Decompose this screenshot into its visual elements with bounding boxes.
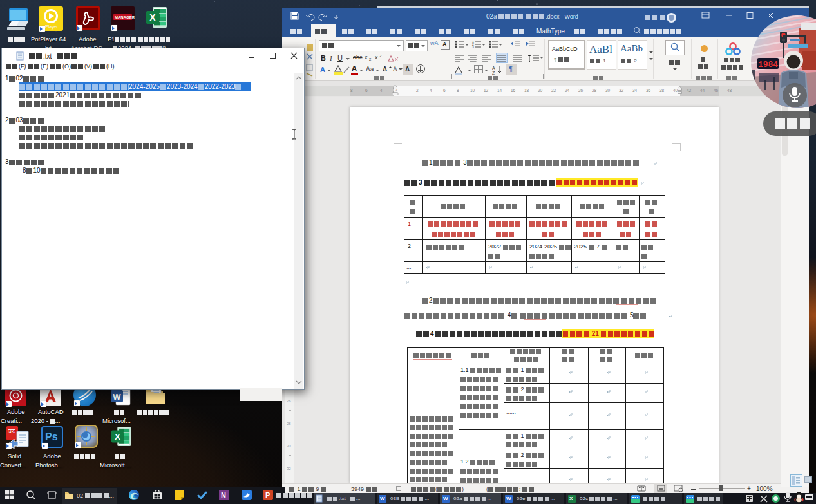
- svg-text:Z: Z: [492, 71, 495, 75]
- svg-text:PDF: PDF: [8, 429, 16, 433]
- svg-text:A: A: [492, 66, 495, 70]
- svg-text:X: X: [115, 432, 120, 442]
- svg-text:1984: 1984: [758, 60, 778, 70]
- svg-text:W: W: [113, 392, 121, 402]
- svg-text:X: X: [149, 12, 156, 23]
- svg-text:3: 3: [472, 45, 474, 49]
